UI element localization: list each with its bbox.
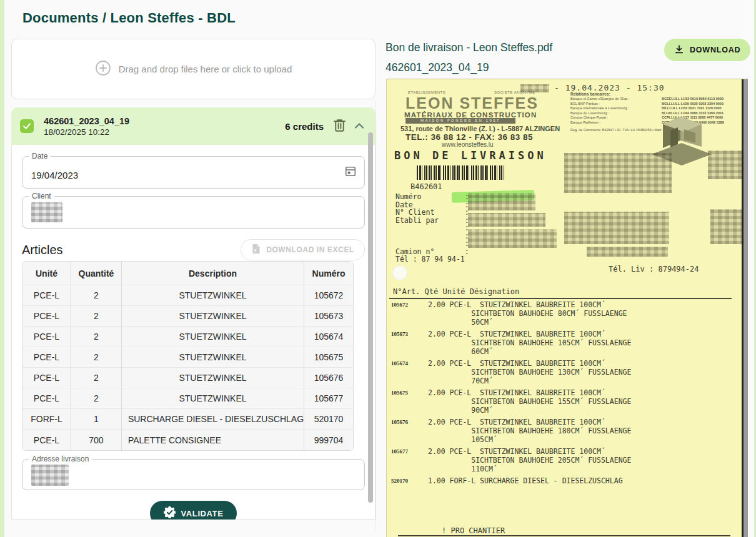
bank-row: Banque et Caisse d'Epargne de l'Etat :BC… [570,97,745,102]
pdf-company-address: 531, route de Thionville (Z. I.) - L-588… [400,125,560,132]
document-card-body: Date 19/04/2023 Client Articles x [11,145,376,520]
breadcrumb[interactable]: Documents / Leon Steffes - BDL [22,10,236,26]
col-header-description: Description [122,262,304,285]
left-panel-scrollbar[interactable] [368,132,373,503]
delete-document-button[interactable] [331,116,348,136]
collapse-card-button[interactable] [353,121,366,132]
articles-table-header-row: Unité Quantité Description Numéro [22,262,353,285]
table-cell: 105676 [304,368,353,388]
date-field[interactable]: Date 19/04/2023 [22,156,365,189]
download-pdf-label: DOWNLOAD [690,46,740,54]
table-cell: 105673 [304,306,353,327]
pdf-tel-liv: Tél. Liv : 879494-24 [609,265,699,273]
app-content: Documents / Leon Steffes - BDL Drag and … [4,0,754,537]
table-cell: PCE-L [22,430,71,450]
credits-badge: 6 credits [285,121,324,132]
redaction [564,153,672,193]
table-cell: STUETZWINKEL [122,368,304,388]
table-cell: PCE-L [22,306,71,327]
redaction [468,229,557,248]
col-header-quantite: Quantité [71,262,122,285]
delivery-address-label: Adresse livraison [29,455,92,463]
preview-title: Bon de livraison - Leon Steffes.pdf [385,41,654,54]
table-row: PCE-L2STUETZWINKEL105676 [22,368,353,388]
pdf-article-row: 1056742.00 PCE-L STUETZWINKEL BAUBREITE … [387,359,737,385]
preview-subtitle: 462601_2023_04_19 [385,61,489,74]
dropzone-label: Drag and drop files here or click to upl… [119,64,292,74]
redaction [564,212,669,244]
table-cell: 520170 [304,409,353,430]
pdf-article-row: 1056752.00 PCE-L STUETZWINKEL BAUBREITE … [387,388,737,415]
articles-table-body: PCE-L2STUETZWINKEL105672PCE-L2STUETZWINK… [22,285,353,450]
table-cell: STUETZWINKEL [122,306,304,327]
address-redaction [31,465,69,486]
col-header-unite: Unité [22,262,71,285]
client-field-label: Client [29,192,54,200]
pdf-scan-shadow [744,79,748,537]
pdf-article-list: 1056722.00 PCE-L STUETZWINKEL BAUBREITE … [387,300,737,488]
redaction [708,150,743,179]
document-filename: 462601_2023_04_19 [44,116,129,126]
table-cell: SURCHARGE DIESEL - DIESELZUSCHLAG [122,409,304,430]
table-cell: 2 [71,388,122,409]
table-cell: PCE-L [22,347,71,368]
panel-divider [376,101,376,531]
table-cell: PCE-L [22,327,71,347]
table-cell: 2 [71,285,122,306]
download-excel-button[interactable]: x DOWNLOAD IN EXCEL [241,239,365,260]
pdf-table-header: N°Art. Qté Unité Désignation [393,287,519,296]
pdf-footer-rule [398,535,730,536]
table-cell: 2 [71,306,122,327]
client-redaction [31,202,62,222]
delivery-address-field[interactable]: Adresse livraison [22,459,365,490]
table-cell: FORF-L [22,409,71,430]
trash-icon [332,117,347,135]
table-row: FORF-L1SURCHARGE DIESEL - DIESELZUSCHLAG… [22,409,353,430]
pdf-company-phone: TEL.: 36 88 12 - FAX: 36 83 85 [405,132,533,142]
excel-file-icon: x [251,244,261,256]
hole-punch [392,265,407,280]
document-card: 462601_2023_04_19 18/02/2025 10:22 6 cre… [11,107,376,520]
table-cell: STUETZWINKEL [122,388,304,409]
document-checkbox[interactable] [20,119,34,133]
pdf-article-row: 1056762.00 PCE-L STUETZWINKEL BAUBREITE … [387,418,737,444]
pdf-article-row: 5201701.00 FORF-L SURCHARGE DIESEL - DIE… [387,476,737,485]
pdf-article-row: 1056732.00 PCE-L STUETZWINKEL BAUBREITE … [387,330,737,356]
validate-button[interactable]: VALIDATE [150,501,237,520]
table-cell: 2 [71,347,122,368]
file-dropzone[interactable]: Drag and drop files here or click to upl… [11,39,376,99]
redaction [468,193,535,210]
table-cell: STUETZWINKEL [122,327,304,347]
redaction [710,209,743,244]
calendar-icon[interactable] [344,165,357,180]
pdf-table-rule [389,298,732,299]
table-cell: PCE-L [22,285,71,306]
pdf-doc-number: B462601 [410,182,442,191]
download-pdf-button[interactable]: DOWNLOAD [664,39,750,61]
redaction [587,247,668,257]
date-field-value[interactable]: 19/04/2023 [31,170,78,180]
table-cell: 2 [71,368,122,388]
client-field[interactable]: Client [22,196,365,229]
table-cell: 1 [71,409,122,430]
table-row: PCE-L2STUETZWINKEL105672 [22,285,353,306]
table-row: PCE-L2STUETZWINKEL105677 [22,388,353,409]
table-row: PCE-L2STUETZWINKEL105675 [22,347,353,368]
pdf-info-block: Numéro : Date : N° Client : Etabli par :… [395,193,469,264]
chevron-up-icon [354,122,364,131]
pdf-logo-text: LEON STEFFES [405,94,539,112]
table-cell: 700 [71,430,122,450]
articles-heading: Articles [22,243,63,257]
svg-text:x: x [254,247,257,253]
download-icon [674,44,684,56]
verified-badge-icon [164,506,176,520]
table-row: PCE-L2STUETZWINKEL105673 [22,306,353,327]
download-excel-label: DOWNLOAD IN EXCEL [266,245,354,254]
plus-circle-icon [95,60,111,79]
pdf-logo-bar: MAISON FONDEE EN 1957 [405,118,515,124]
pdf-article-row: 1056772.00 PCE-L STUETZWINKEL BAUBREITE … [387,447,737,473]
articles-table: Unité Quantité Description Numéro PCE-L2… [22,261,354,451]
table-cell: PALETTE CONSIGNEE [122,430,304,450]
bank-row: Banque Internationale à Luxembourg :BILL… [570,106,745,111]
pdf-datetime: - 19.04.2023 - 15:30 [554,83,665,92]
